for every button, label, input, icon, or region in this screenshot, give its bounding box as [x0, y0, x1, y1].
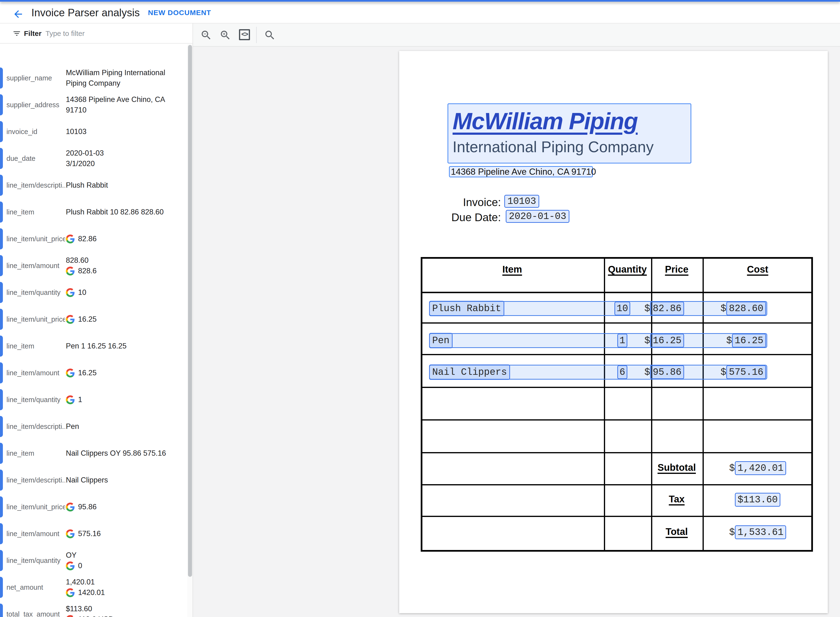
field-row[interactable]: supplier_address14368 Pipeline Ave Chino… [0, 92, 187, 118]
field-row[interactable]: supplier_nameMcWilliam Piping Internatio… [0, 65, 187, 92]
field-row[interactable]: line_itemNail Clippers OY 95.86 575.16 [0, 440, 187, 467]
field-accent-bar [0, 309, 3, 330]
field-row[interactable]: line_item/quantity10 [0, 279, 187, 306]
field-row[interactable]: line_item/descripti...Pen [0, 413, 187, 440]
currency-symbol: $ [644, 303, 650, 314]
field-value: McWilliam Piping International Piping Co… [66, 65, 187, 92]
field-row[interactable]: due_date2020-01-033/1/2020 [0, 145, 187, 172]
field-row[interactable]: line_item/amount575.16 [0, 520, 187, 547]
entity-box-cost[interactable]: 16.25 [732, 334, 766, 347]
field-row[interactable]: line_item/unit_price16.25 [0, 306, 187, 333]
field-row[interactable]: net_amount1,420.011420.01 [0, 574, 187, 601]
line-item-highlight[interactable]: Pen 1 $16.25 $16.25 [429, 333, 767, 348]
field-row[interactable]: line_item/unit_price82.86 [0, 226, 187, 252]
field-row[interactable]: line_item/amount16.25 [0, 359, 187, 386]
entity-box-quantity[interactable]: 1 [617, 334, 627, 347]
field-value-text: 575.16 [78, 528, 101, 539]
table-row-line [422, 516, 811, 517]
field-row[interactable]: line_item/amount828.60828.6 [0, 252, 187, 279]
field-row[interactable]: line_item/unit_price95.86 [0, 493, 187, 520]
supplier-name-highlight[interactable]: McWilliam Piping International Piping Co… [448, 103, 691, 164]
entity-sidebar: Filter supplier_nameMcWilliam Piping Int… [0, 24, 193, 617]
subtotal-value: $1,420.01 [729, 461, 786, 475]
subtotal-highlight[interactable]: 1,420.01 [735, 461, 786, 475]
due-date-label: Due Date: [424, 211, 501, 224]
field-value: Nail Clippers [66, 467, 187, 493]
field-value: Plush Rabbit [66, 172, 187, 199]
field-row[interactable]: line_itemPlush Rabbit 10 82.86 828.60 [0, 199, 187, 226]
entity-box-quantity[interactable]: 6 [617, 365, 627, 379]
field-value-text: McWilliam Piping International Piping Co… [66, 68, 187, 89]
field-label: line_item/amount [6, 252, 65, 279]
google-normalized-icon [66, 396, 75, 404]
total-highlight[interactable]: 1,533.61 [735, 525, 786, 539]
due-date-highlight[interactable]: 2020-01-03 [506, 210, 569, 223]
bounding-box-toggle-button[interactable]: <> [239, 29, 251, 41]
zoom-out-button[interactable] [200, 29, 212, 41]
entity-box-item[interactable]: Plush Rabbit [429, 301, 504, 316]
toolbar-separator [256, 27, 257, 43]
field-row[interactable]: line_item/quantityOY0 [0, 547, 187, 574]
currency-symbol: $ [729, 527, 735, 538]
field-value: 2020-01-033/1/2020 [66, 145, 187, 172]
sidebar-scrollbar-thumb[interactable] [188, 45, 192, 577]
document-page: McWilliam Piping International Piping Co… [399, 51, 828, 613]
line-item-highlight[interactable]: Nail Clippers 6 $95.86 $575.16 [429, 365, 767, 379]
entity-box-quantity[interactable]: 10 [614, 301, 630, 316]
entity-box-item[interactable]: Nail Clippers [429, 365, 510, 380]
back-button[interactable] [12, 8, 24, 20]
document-viewport[interactable]: McWilliam Piping International Piping Co… [193, 47, 840, 617]
field-row[interactable]: line_item/descripti...Nail Clippers [0, 467, 187, 493]
google-normalized-icon [66, 267, 75, 276]
field-label: supplier_address [6, 92, 65, 118]
entity-box-cost[interactable]: 575.16 [726, 365, 766, 379]
google-normalized-icon [66, 503, 75, 511]
invoice-id-highlight[interactable]: 10103 [504, 195, 539, 208]
field-value-text: 1 [78, 394, 82, 405]
supplier-address-highlight[interactable]: 14368 Pipeline Ave Chino, CA 91710 [449, 166, 593, 177]
invoice-parser-screen: Invoice Parser analysis NEW DOCUMENT Fil… [0, 0, 840, 617]
zoom-in-button[interactable] [219, 29, 231, 41]
field-value-text: 3/1/2020 [66, 158, 95, 169]
entity-box-price[interactable]: 95.86 [650, 365, 684, 379]
filter-input[interactable] [46, 27, 175, 40]
field-label: line_item/quantity [6, 279, 65, 306]
entity-box-price[interactable]: 16.25 [650, 334, 684, 347]
field-value-text: 95.86 [78, 502, 97, 512]
field-value-text: 10103 [66, 126, 86, 137]
viewer-toolbar: <> [193, 24, 840, 47]
field-label: line_item/unit_price [6, 226, 65, 252]
field-row[interactable]: line_itemPen 1 16.25 16.25 [0, 333, 187, 359]
tax-highlight[interactable]: $113.60 [735, 493, 780, 507]
field-row[interactable]: line_item/descripti...Plush Rabbit [0, 172, 187, 199]
field-row[interactable]: invoice_id10103 [0, 118, 187, 145]
field-value: $113.60113.6 USD [66, 601, 187, 617]
entity-box-cost[interactable]: 828.60 [726, 301, 766, 316]
field-label: line_item/quantity [6, 386, 65, 413]
field-label: net_amount [6, 574, 65, 601]
field-value: 10103 [66, 118, 187, 145]
table-header-item: Item [502, 263, 522, 276]
app-bar: Invoice Parser analysis NEW DOCUMENT [0, 1, 840, 24]
search-button[interactable] [264, 29, 276, 41]
entity-box-price[interactable]: 82.86 [650, 301, 684, 316]
field-value-text: Plush Rabbit [66, 180, 108, 190]
field-label: due_date [6, 145, 65, 172]
new-document-button[interactable]: NEW DOCUMENT [148, 1, 211, 24]
google-normalized-icon [66, 529, 75, 538]
filter-bar: Filter [0, 24, 192, 44]
field-accent-bar [0, 443, 3, 464]
field-value: 82.86 [66, 226, 187, 252]
field-value-text: OY [66, 550, 77, 561]
arrow-back-icon [12, 8, 24, 20]
google-normalized-icon [66, 615, 75, 617]
field-label: line_item/unit_price [6, 493, 65, 520]
currency-symbol: $ [720, 303, 726, 314]
field-row[interactable]: line_item/quantity1 [0, 386, 187, 413]
tax-label: Tax [669, 494, 685, 505]
field-accent-bar [0, 335, 3, 357]
line-item-highlight[interactable]: Plush Rabbit 10 $82.86 $828.60 [429, 301, 767, 316]
field-row[interactable]: total_tax_amount$113.60113.6 USD [0, 601, 187, 617]
total-value: $1,533.61 [729, 525, 786, 539]
entity-box-item[interactable]: Pen [429, 333, 453, 348]
